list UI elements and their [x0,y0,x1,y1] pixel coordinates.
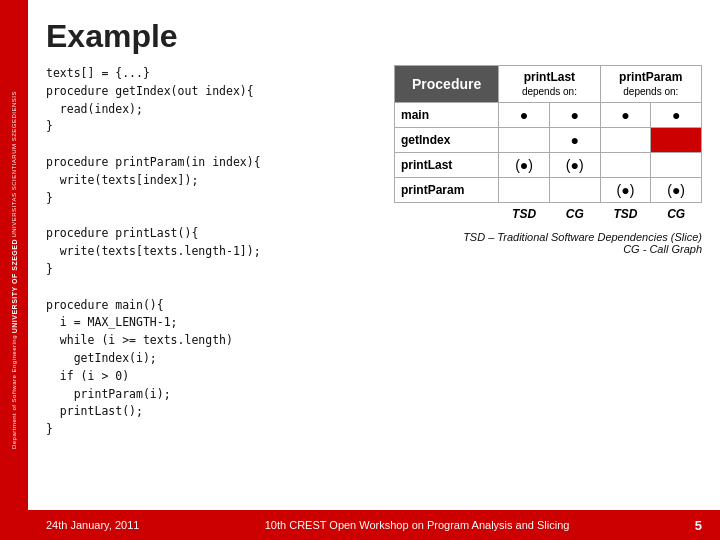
table-cell [499,178,550,203]
main-content: Example texts[] = {...} procedure getInd… [28,0,720,540]
th-printlast: printLast depends on: [499,66,600,103]
row-label: main [395,103,499,128]
sidebar: UNIVERSITAS SCIENTIARUM SZEGEDIENSIS UNI… [0,0,28,540]
th-procedure: Procedure [395,66,499,103]
table-area: Procedure printLast depends on: printPar… [394,65,702,439]
code-block3: procedure printLast(){ write(texts[texts… [46,225,376,278]
table-cell [549,178,600,203]
table-cell: ● [600,103,651,128]
table-cell [600,128,651,153]
table-cell [499,128,550,153]
row-label: printLast [395,153,499,178]
table-row: main●●●● [395,103,702,128]
table-cell: (●) [651,178,702,203]
table-cell: ● [499,103,550,128]
table-cell: (●) [549,153,600,178]
tsd-cg-cell: CG [651,203,702,226]
row-label: getIndex [395,128,499,153]
tsd-cg-cell: TSD [600,203,651,226]
table-row: printParam(●)(●) [395,178,702,203]
table-row: printLast(●)(●) [395,153,702,178]
table-cell [600,153,651,178]
th-printparam: printParam depends on: [600,66,701,103]
code-block4: procedure main(){ i = MAX_LENGTH-1; whil… [46,297,376,440]
code-block: texts[] = {...} procedure getIndex(out i… [46,65,376,439]
sidebar-line2: UNIVERSITY OF SZEGED [11,239,18,333]
code-block2: procedure printParam(in index){ write(te… [46,154,376,207]
row-label: printParam [395,178,499,203]
tsd-cg-row: TSDCGTSDCG [395,203,702,226]
footer-center: 10th CREST Open Workshop on Program Anal… [265,519,570,531]
table-cell: ● [651,103,702,128]
table-cell: (●) [600,178,651,203]
table-cell [651,153,702,178]
footer: 24th January, 2011 10th CREST Open Works… [28,510,720,540]
content-row: texts[] = {...} procedure getIndex(out i… [28,65,720,439]
page-title: Example [28,0,720,63]
tsd-cg-cell: CG [549,203,600,226]
footer-left: 24th January, 2011 [46,519,139,531]
tsd-cg-cell: TSD [499,203,550,226]
table-cell: ● [549,128,600,153]
table-cell: ● [549,103,600,128]
note: TSD – Traditional Software Dependencies … [394,231,702,255]
dependency-table: Procedure printLast depends on: printPar… [394,65,702,225]
footer-right: 5 [695,518,702,533]
sidebar-line1: UNIVERSITAS SCIENTIARUM SZEGEDIENSIS [11,91,17,238]
sidebar-line3: Department of Software Engineering [11,335,17,449]
table-cell [651,128,702,153]
table-cell: (●) [499,153,550,178]
code-block1: texts[] = {...} procedure getIndex(out i… [46,65,376,136]
table-row: getIndex● [395,128,702,153]
